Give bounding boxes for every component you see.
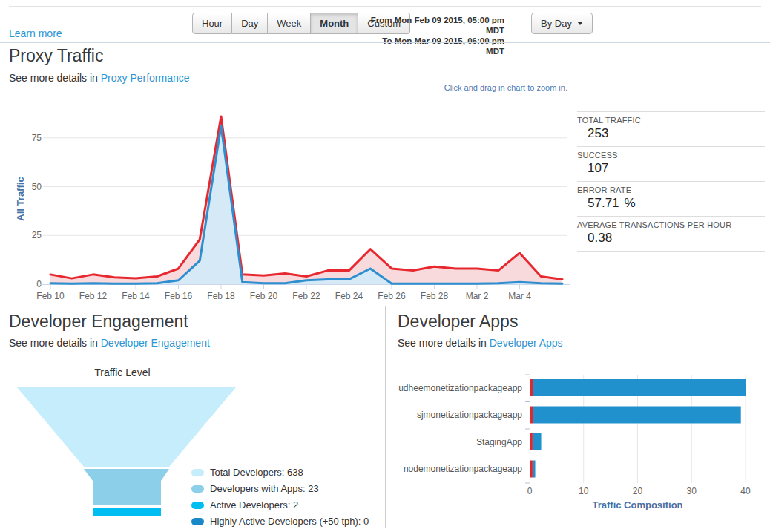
x-tick-label: Feb 22: [292, 291, 320, 301]
x-tick-label: 0: [527, 486, 533, 496]
proxy-performance-link[interactable]: Proxy Performance: [101, 72, 190, 84]
developer-engagement-link[interactable]: Developer Engagement: [101, 337, 210, 349]
y-tick-label: 25: [32, 230, 42, 240]
column-divider: [385, 306, 386, 528]
x-tick-label: Feb 26: [378, 291, 406, 301]
category-label-stagingapp: StagingApp: [476, 437, 522, 447]
developer-engagement-subtitle: See more details in Developer Engagement: [9, 337, 210, 349]
bottom-divider: [0, 528, 770, 528]
analytics-dashboard: HourDayWeekMonthCustom From Mon Feb 09 2…: [0, 0, 770, 532]
developer-apps-subtitle: See more details in Developer Apps: [398, 337, 563, 349]
proxy-traffic-area-chart[interactable]: 0255075Feb 10Feb 12Feb 14Feb 16Feb 18Feb…: [13, 102, 573, 304]
legend-swatch-icon: [191, 518, 204, 525]
chevron-down-icon: [577, 22, 583, 25]
x-tick-label: Mar 2: [466, 291, 489, 301]
proxy-traffic-subtitle: See more details in Proxy Performance: [9, 72, 190, 84]
stat-error-rate: ERROR RATE57.71%: [577, 181, 765, 216]
funnel-segment-total-developers: [17, 387, 236, 467]
stat-unit: %: [625, 196, 636, 210]
range-button-month[interactable]: Month: [311, 13, 358, 34]
y-axis-title: All Traffic: [15, 177, 26, 220]
category-label-nodemonetizationpackageapp: nodemonetizationpackageapp: [404, 464, 522, 474]
stat-value: 0.38: [588, 231, 765, 246]
group-by-label: By Day: [541, 18, 572, 29]
x-tick-label: Feb 24: [335, 291, 363, 301]
funnel-segment-active-developers: [93, 508, 161, 516]
series-area-all-traffic: [50, 116, 562, 284]
legend-swatch-icon: [191, 485, 204, 493]
x-tick-label: Feb 10: [36, 291, 65, 301]
x-tick-label: Feb 16: [165, 291, 193, 301]
toolbar-divider: [0, 42, 770, 43]
x-tick-label: 20: [633, 486, 643, 496]
bar-stagingapp-errors: [530, 433, 533, 450]
proxy-traffic-subtitle-text: See more details in: [9, 72, 98, 84]
date-range-from: From Mon Feb 09 2015, 05:00 pm MDT: [365, 15, 504, 36]
bar-sjmonetizationpackageapp-success: [533, 407, 741, 424]
x-tick-label: Feb 20: [250, 291, 278, 301]
legend-swatch-icon: [191, 502, 204, 509]
legend-label: Highly Active Developers (+50 tph): 0: [210, 516, 369, 527]
developer-apps-title: Developer Apps: [398, 312, 518, 332]
legend-swatch-icon: [191, 469, 204, 476]
proxy-traffic-title: Proxy Traffic: [9, 46, 103, 66]
learn-more-link[interactable]: Learn more: [9, 27, 62, 39]
legend-label: Active Developers: 2: [210, 499, 298, 510]
top-divider: [9, 6, 761, 7]
stat-average-transactions-per-hour: AVERAGE TRANSACTIONS PER HOUR0.38: [577, 216, 765, 252]
funnel-chart-title: Traffic Level: [30, 367, 215, 378]
legend-item-active-developers: Active Developers: 2: [191, 499, 369, 510]
stat-success: SUCCESS107: [577, 146, 765, 181]
x-tick-label: Feb 14: [122, 291, 150, 301]
legend-item-highly-active-developers-50-tph: Highly Active Developers (+50 tph): 0: [191, 516, 369, 527]
group-by-dropdown[interactable]: By Day: [531, 13, 593, 34]
legend-item-total-developers: Total Developers: 638: [191, 467, 369, 478]
legend-label: Total Developers: 638: [210, 467, 303, 478]
x-tick-label: 30: [687, 486, 697, 496]
stat-value: 253: [588, 126, 765, 141]
x-tick-label: Mar 4: [508, 291, 531, 301]
stat-value: 107: [588, 161, 765, 176]
category-label-sudheemonetizationpackageapp: sudheemonetizationpackageapp: [398, 383, 522, 393]
developer-apps-link[interactable]: Developer Apps: [490, 337, 563, 349]
stat-label: TOTAL TRAFFIC: [577, 116, 765, 125]
bar-sudheemonetizationpackageapp-success: [533, 379, 746, 396]
range-button-day[interactable]: Day: [232, 13, 268, 34]
date-range-display: From Mon Feb 09 2015, 05:00 pm MDT To Mo…: [365, 15, 504, 56]
developer-apps-subtitle-text: See more details in: [398, 337, 487, 349]
developer-apps-bar-chart: 010203040sudheemonetizationpackageappsjm…: [398, 371, 765, 519]
y-tick-label: 50: [32, 182, 42, 192]
stat-total-traffic: TOTAL TRAFFIC253: [577, 111, 765, 146]
stat-label: SUCCESS: [577, 151, 765, 160]
y-tick-label: 75: [32, 133, 42, 143]
legend-item-developers-with-apps: Developers with Apps: 23: [191, 483, 369, 494]
bar-stagingapp-success: [533, 433, 542, 450]
x-tick-label: Feb 12: [79, 291, 108, 301]
stat-label: AVERAGE TRANSACTIONS PER HOUR: [577, 220, 765, 229]
bar-nodemonetizationpackageapp-errors: [530, 461, 533, 478]
bar-nodemonetizationpackageapp-success: [533, 461, 536, 478]
range-button-week[interactable]: Week: [268, 13, 311, 34]
funnel-segment-developers-with-apps: [84, 469, 169, 505]
x-tick-label: 10: [579, 486, 589, 496]
developer-engagement-title: Developer Engagement: [9, 312, 188, 332]
chart-zoom-hint: Click and drag in chart to zoom in.: [444, 83, 567, 92]
legend-label: Developers with Apps: 23: [210, 483, 319, 494]
x-axis-title: Traffic Composition: [592, 499, 682, 510]
stat-value: 57.71%: [588, 196, 765, 211]
range-button-hour[interactable]: Hour: [192, 13, 232, 34]
series-line-success: [50, 126, 562, 283]
x-tick-label: Feb 28: [421, 291, 449, 301]
funnel-legend: Total Developers: 638Developers with App…: [191, 467, 369, 532]
stat-label: ERROR RATE: [577, 185, 765, 194]
series-line-all-traffic: [50, 116, 562, 279]
bar-sudheemonetizationpackageapp-errors: [530, 379, 533, 396]
category-label-sjmonetizationpackageapp: sjmonetizationpackageapp: [417, 410, 522, 420]
x-tick-label: 40: [740, 486, 751, 496]
bar-sjmonetizationpackageapp-errors: [530, 407, 533, 424]
series-area-success: [50, 126, 562, 284]
date-range-to: To Mon Mar 09 2015, 06:00 pm MDT: [365, 36, 504, 56]
traffic-stats-panel: TOTAL TRAFFIC253SUCCESS107ERROR RATE57.7…: [577, 111, 765, 252]
developer-engagement-subtitle-text: See more details in: [9, 337, 98, 349]
x-tick-label: Feb 18: [207, 291, 235, 301]
